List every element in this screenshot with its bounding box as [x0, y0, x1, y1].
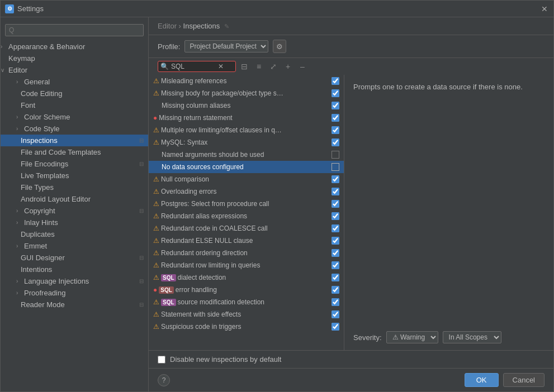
profile-select[interactable]: Project Default Project: [184, 40, 268, 52]
ok-button[interactable]: OK: [465, 373, 499, 387]
insp-row-multiple-row[interactable]: ⚠ Multiple row limiting/offset clauses i…: [149, 124, 344, 136]
insp-row-mysql[interactable]: ⚠ MySQL: Syntax: [149, 136, 344, 149]
insp-checkbox[interactable]: [332, 114, 339, 122]
insp-checkbox[interactable]: [332, 188, 339, 195]
right-header: Editor › Inspections ✎: [149, 17, 553, 35]
insp-checkbox[interactable]: [332, 249, 339, 257]
sidebar-item-android-layout[interactable]: Android Layout Editor: [1, 193, 148, 205]
insp-checkbox[interactable]: [332, 102, 339, 109]
insp-row-postgres[interactable]: ⚠ Postgres: Select from procedure call: [149, 198, 344, 210]
warn-icon: ⚠: [153, 249, 159, 257]
sidebar-item-language-injections[interactable]: › Language Injections ⊟: [1, 275, 148, 287]
insp-row-suspicious[interactable]: ⚠ Suspicious code in triggers: [149, 321, 344, 333]
insp-checkbox[interactable]: [332, 323, 339, 331]
sidebar-item-editor[interactable]: ∨ Editor: [1, 64, 148, 76]
insp-row-missing-column[interactable]: Missing column aliases: [149, 99, 344, 112]
sidebar-item-gui-designer[interactable]: GUI Designer ⊟: [1, 252, 148, 264]
insp-row-no-datasource[interactable]: No data sources configured: [149, 161, 344, 173]
sidebar-item-color-scheme[interactable]: › Color Scheme: [1, 111, 148, 123]
insp-row-statement-side[interactable]: ⚠ Statement with side effects: [149, 308, 344, 321]
insp-checkbox[interactable]: [332, 298, 339, 306]
insp-row-missing-return[interactable]: ● Missing return statement: [149, 112, 344, 124]
sidebar-item-inlay-hints[interactable]: › Inlay Hints: [1, 217, 148, 228]
insp-checkbox[interactable]: [332, 274, 339, 281]
insp-checkbox[interactable]: [332, 77, 339, 85]
insp-row-redundant-ordering[interactable]: ⚠ Redundant ordering direction: [149, 247, 344, 259]
insp-checkbox[interactable]: [332, 126, 339, 134]
insp-checkbox[interactable]: [332, 138, 339, 146]
insp-checkbox[interactable]: [332, 237, 339, 245]
insp-checkbox[interactable]: [332, 224, 339, 232]
sidebar-item-file-code-templates[interactable]: File and Code Templates: [1, 146, 148, 158]
insp-row-missing-body[interactable]: ⚠ Missing body for package/object type s…: [149, 87, 344, 99]
sidebar-item-code-editing[interactable]: Code Editing: [1, 88, 148, 99]
insp-row-overloading[interactable]: ⚠ Overloading errors: [149, 185, 344, 198]
insp-row-null-comparison[interactable]: ⚠ Null comparison: [149, 173, 344, 185]
insp-checkbox[interactable]: [332, 200, 339, 208]
help-button[interactable]: ?: [158, 374, 170, 386]
insp-checkbox[interactable]: [332, 261, 339, 269]
insp-checkbox[interactable]: [332, 310, 339, 318]
close-button[interactable]: ✕: [540, 4, 549, 13]
insp-checkbox[interactable]: [332, 212, 339, 220]
edit-icon: ✎: [224, 23, 229, 30]
sidebar-item-general[interactable]: › General: [1, 76, 148, 88]
sidebar-item-inspections[interactable]: Inspections ⊟: [1, 135, 148, 146]
search-filter-input[interactable]: [171, 63, 216, 70]
align-button[interactable]: ≡: [253, 60, 265, 73]
severity-select[interactable]: ⚠ Warning: [386, 331, 438, 343]
insp-checkbox[interactable]: [332, 175, 339, 183]
sidebar-item-label: General: [24, 78, 144, 86]
sidebar-item-duplicates[interactable]: Duplicates: [1, 228, 148, 240]
cancel-button[interactable]: Cancel: [503, 373, 544, 387]
sidebar-item-appearance[interactable]: › Appearance & Behavior: [1, 41, 148, 52]
insp-row-sql-source[interactable]: ⚠ SQL source modification detection: [149, 296, 344, 308]
sidebar-item-file-encodings[interactable]: File Encodings ⊟: [1, 158, 148, 170]
sidebar-item-file-types[interactable]: File Types: [1, 181, 148, 193]
add-button[interactable]: +: [282, 60, 294, 73]
clear-search-icon[interactable]: ✕: [218, 63, 224, 70]
sidebar-item-font[interactable]: Font: [1, 99, 148, 111]
right-panel: Editor › Inspections ✎ Profile: Project …: [149, 17, 553, 391]
sidebar-item-label: Duplicates: [21, 230, 144, 238]
window-title: Settings: [17, 4, 540, 13]
disable-new-inspections-checkbox[interactable]: [158, 356, 165, 364]
sidebar-item-intentions[interactable]: Intentions: [1, 264, 148, 275]
insp-row-misleading[interactable]: ⚠ Misleading references: [149, 75, 344, 87]
main-content: › Appearance & Behavior Keymap ∨ Editor …: [1, 17, 553, 391]
insp-name: MySQL: Syntax: [161, 138, 329, 146]
arrow-icon: ›: [16, 278, 23, 284]
insp-row-redundant-row[interactable]: ⚠ Redundant row limiting in queries: [149, 259, 344, 271]
sidebar-item-keymap[interactable]: Keymap: [1, 52, 148, 64]
more-button[interactable]: –: [296, 60, 309, 73]
sidebar-item-emmet[interactable]: › Emmet: [1, 240, 148, 252]
insp-row-redundant-else[interactable]: ⚠ Redundant ELSE NULL clause: [149, 235, 344, 247]
breadcrumb-editor: Editor: [158, 22, 177, 30]
settings-icon: ⊟: [139, 278, 144, 284]
insp-checkbox[interactable]: [332, 286, 339, 294]
insp-row-named-args[interactable]: Named arguments should be used: [149, 149, 344, 161]
filter-button[interactable]: ⊟: [238, 60, 250, 73]
gear-button[interactable]: ⚙: [273, 40, 286, 53]
app-icon: ⚙: [5, 4, 14, 13]
title-bar: ⚙ Settings ✕: [1, 1, 553, 17]
sidebar-item-proofreading[interactable]: › Proofreading: [1, 287, 148, 299]
insp-row-sql-error[interactable]: ● SQL error handling: [149, 284, 344, 296]
insp-checkbox[interactable]: [332, 89, 339, 97]
insp-row-sql-dialect[interactable]: ⚠ SQL dialect detection: [149, 271, 344, 284]
sidebar-item-label: Inlay Hints: [24, 218, 144, 227]
warn-icon: ⚠: [153, 126, 159, 134]
insp-row-redundant-alias[interactable]: ⚠ Redundant alias expressions: [149, 210, 344, 222]
expand-button[interactable]: ⤢: [267, 60, 280, 73]
sidebar-item-copyright[interactable]: › Copyright ⊟: [1, 205, 148, 217]
sidebar-item-label: Keymap: [8, 54, 144, 63]
insp-row-redundant-coalesce[interactable]: ⚠ Redundant code in COALESCE call: [149, 222, 344, 235]
sidebar-item-code-style[interactable]: › Code Style: [1, 123, 148, 135]
search-filter-box[interactable]: 🔍 ✕: [158, 61, 236, 72]
scope-select[interactable]: In All Scopes: [443, 331, 501, 343]
profile-row: Profile: Project Default Project ⚙: [149, 35, 553, 58]
sidebar-item-reader-mode[interactable]: Reader Mode ⊟: [1, 299, 148, 310]
sidebar-search-input[interactable]: [5, 24, 144, 36]
arrow-icon: ∨: [1, 67, 7, 73]
sidebar-item-live-templates[interactable]: Live Templates: [1, 170, 148, 181]
